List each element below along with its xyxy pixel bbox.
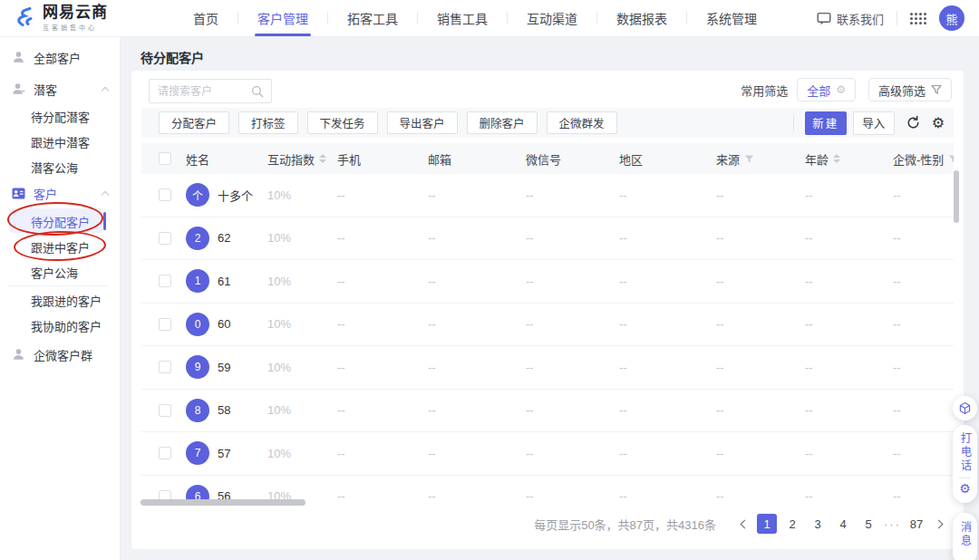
nav-item-interaction-channels[interactable]: 互动渠道 [508, 0, 596, 36]
settings-gear-icon[interactable]: ⚙ [932, 116, 945, 130]
customer-name-link[interactable]: 59 [218, 361, 230, 374]
page-number-3[interactable]: 3 [808, 514, 828, 534]
column-age[interactable]: 年龄 [805, 150, 893, 168]
sidebar-item-wecom-groups[interactable]: 企微客户群 [0, 342, 121, 367]
export-customers-button[interactable]: 导出客户 [387, 111, 458, 134]
top-header: 网易云商 互客销售中心 首页 客户管理 拓客工具 销售工具 互动渠道 数据报表 … [0, 0, 979, 37]
wecom-broadcast-button[interactable]: 企微群发 [547, 111, 617, 134]
row-checkbox[interactable] [159, 275, 171, 287]
more-pages-ellipsis[interactable]: ··· [884, 517, 901, 531]
sort-icon[interactable] [319, 154, 326, 163]
page-number-2[interactable]: 2 [782, 514, 802, 534]
customer-name-link[interactable]: 60 [218, 317, 230, 331]
customer-name-link[interactable]: 十多个 [218, 187, 253, 204]
phone-value: -- [337, 489, 428, 501]
user-avatar[interactable]: 熊 [939, 5, 964, 31]
import-button[interactable]: 导入 [853, 111, 895, 135]
sidebar-item-following-customers[interactable]: 跟进中客户 [0, 234, 121, 259]
search-icon[interactable] [251, 85, 264, 98]
apps-grid-icon[interactable] [910, 13, 926, 24]
vertical-scrollbar[interactable] [954, 170, 959, 223]
call-settings-gear-icon[interactable]: ⚙ [959, 482, 971, 495]
row-checkbox[interactable] [159, 188, 171, 201]
advanced-filter-button[interactable]: 高级筛选 [868, 78, 952, 101]
call-phone-widget[interactable]: 打电话 ⚙ [953, 425, 977, 503]
column-interaction-index[interactable]: 互动指数 [267, 150, 337, 168]
row-checkbox[interactable] [159, 404, 171, 417]
column-name[interactable]: 姓名 [186, 150, 267, 168]
new-customer-button[interactable]: 新建 [805, 111, 847, 135]
age-value: -- [805, 231, 893, 245]
email-value: -- [428, 489, 526, 501]
contact-us-button[interactable]: 联系我们 [817, 10, 884, 27]
filter-funnel-icon[interactable] [948, 154, 954, 164]
filter-all-button[interactable]: 全部 ⚙ [797, 78, 856, 101]
sidebar-group-customers[interactable]: 客户 [0, 180, 121, 206]
next-page-button[interactable] [929, 513, 951, 535]
column-wechat[interactable]: 微信号 [526, 150, 619, 168]
customer-name-link[interactable]: 58 [218, 403, 230, 417]
sidebar-item-unassigned-prospects[interactable]: 待分配潜客 [0, 103, 121, 129]
page-number-87[interactable]: 87 [906, 514, 926, 534]
nav-item-system-management[interactable]: 系统管理 [687, 0, 776, 36]
source-value: -- [716, 231, 805, 245]
dispatch-task-button[interactable]: 下发任务 [307, 111, 378, 134]
column-email[interactable]: 邮箱 [428, 150, 526, 168]
brand-logo[interactable]: 网易云商 互客销售中心 [13, 5, 149, 32]
page-number-5[interactable]: 5 [858, 514, 878, 534]
row-checkbox[interactable] [159, 318, 171, 331]
column-source[interactable]: 来源 [716, 150, 805, 168]
chevron-up-icon[interactable] [102, 86, 109, 93]
wechat-value: -- [526, 275, 619, 288]
chat-icon [817, 12, 831, 25]
assign-customers-button[interactable]: 分配客户 [159, 111, 229, 134]
horizontal-scrollbar[interactable] [141, 499, 305, 506]
select-all-checkbox[interactable] [159, 152, 171, 165]
sidebar-item-following-prospects[interactable]: 跟进中潜客 [0, 129, 121, 154]
widget-cube-button[interactable] [953, 396, 977, 420]
nav-item-acquisition-tools[interactable]: 拓客工具 [328, 0, 417, 36]
column-phone[interactable]: 手机 [337, 150, 428, 168]
interaction-value: 10% [267, 403, 337, 417]
page-number-4[interactable]: 4 [833, 514, 853, 534]
chevron-up-icon[interactable] [102, 190, 109, 198]
page-number-1[interactable]: 1 [757, 514, 777, 534]
customer-name-link[interactable]: 57 [218, 447, 230, 460]
refresh-icon[interactable] [906, 115, 921, 130]
delete-customers-button[interactable]: 删除客户 [467, 111, 538, 134]
sort-icon[interactable] [833, 154, 840, 163]
nav-item-customer-management[interactable]: 客户管理 [238, 0, 327, 36]
sidebar-item-unassigned-customers[interactable]: 待分配客户 [0, 208, 121, 234]
row-checkbox[interactable] [159, 232, 171, 245]
main-nav: 首页 客户管理 拓客工具 销售工具 互动渠道 数据报表 系统管理 [174, 0, 776, 36]
filter-funnel-icon[interactable] [744, 154, 754, 164]
sidebar-item-customer-pool[interactable]: 客户公海 [0, 259, 121, 285]
column-region[interactable]: 地区 [619, 150, 716, 168]
interaction-value: 10% [267, 231, 337, 245]
table-body: 个十多个 10% -- -- -- -- -- -- -- 262 10% -- [141, 174, 954, 501]
tag-button[interactable]: 打标签 [238, 111, 298, 134]
prev-page-button[interactable] [732, 513, 754, 535]
pagination-summary: 每页显示50条，共87页，共4316条 [534, 516, 716, 533]
column-wecom-gender[interactable]: 企微-性别 [893, 150, 954, 168]
message-widget[interactable]: 消息 [953, 513, 977, 560]
gender-value: -- [893, 361, 954, 374]
nav-item-home[interactable]: 首页 [174, 0, 237, 36]
sidebar-item-all-customers[interactable]: 全部客户 [0, 44, 121, 70]
table-header: 姓名 互动指数 手机 邮箱 微信号 地区 来源 年龄 企微-性别 [141, 143, 954, 174]
customer-name-link[interactable]: 62 [218, 231, 230, 245]
row-checkbox[interactable] [159, 361, 171, 373]
nav-item-data-reports[interactable]: 数据报表 [597, 0, 686, 36]
sidebar-item-my-followed[interactable]: 我跟进的客户 [0, 287, 121, 313]
email-value: -- [428, 188, 526, 202]
nav-item-sales-tools[interactable]: 销售工具 [418, 0, 507, 36]
sidebar-item-my-assisted[interactable]: 我协助的客户 [0, 313, 121, 338]
gear-icon[interactable]: ⚙ [836, 83, 846, 96]
sidebar-item-prospect-pool[interactable]: 潜客公海 [0, 154, 121, 179]
sidebar-group-prospects[interactable]: 潜客 [0, 76, 121, 101]
customer-name-link[interactable]: 61 [218, 275, 230, 288]
cube-icon [958, 401, 972, 415]
column-label: 企微-性别 [893, 150, 944, 168]
row-checkbox[interactable] [159, 447, 171, 459]
search-input[interactable] [150, 85, 251, 98]
